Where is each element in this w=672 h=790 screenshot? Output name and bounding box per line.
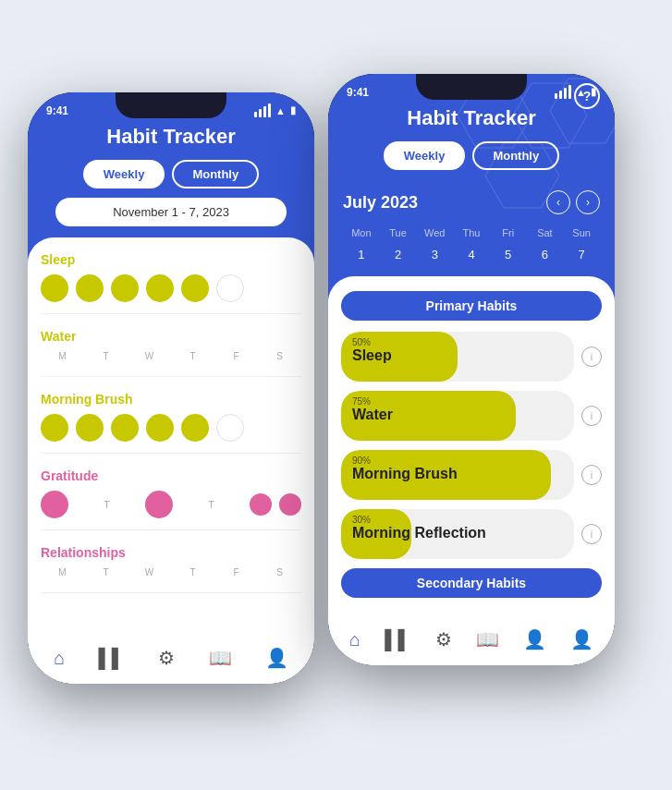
dot [41,274,68,302]
battery-icon-left: ▮ [290,104,296,116]
bottom-nav-left: ⌂ ▌▌ ⚙ 📖 👤 [28,638,314,684]
bottom-nav-right: ⌂ ▌▌ ⚙ 📖 👤 👤 [328,619,615,665]
calendar-grid: Mon Tue Wed Thu Fri Sat Sun 1 2 3 4 5 6 … [343,224,600,267]
info-btn-morning-reflection[interactable]: i [581,524,602,544]
habit-water: Water M T W T F S [41,329,301,377]
habit-morning-reflection-name: Morning Reflection [352,525,486,541]
app-title-right: Habit Tracker [347,106,596,130]
dot [279,493,301,516]
cal-header-mon: Mon [343,224,380,242]
nav-book-right[interactable]: 📖 [476,628,499,650]
cal-header-wed: Wed [416,224,453,242]
notch-left [116,92,226,118]
help-button[interactable]: ? [574,83,600,109]
dot [76,414,104,442]
cal-day-7[interactable]: 7 [563,242,600,267]
white-card-right: Primary Habits 50% Sleep i [328,276,615,665]
tab-weekly-right[interactable]: Weekly [384,141,466,170]
time-left: 9:41 [46,104,68,117]
left-phone: 9:41 ▲ ▮ Habit Tracker [28,92,314,684]
info-btn-morning-brush[interactable]: i [581,465,602,485]
header-left: Habit Tracker Weekly Monthly November 1 … [28,121,314,237]
habit-progress-morning-reflection: 30% Morning Reflection i [341,509,602,559]
habit-morning-brush-pct: 90% [352,456,458,466]
habit-bar-morning-reflection-text: 30% Morning Reflection [352,515,486,541]
habit-progress-water: 75% Water i [341,391,602,441]
dot [41,414,68,442]
prev-month-btn[interactable]: ‹ [546,190,570,214]
cal-header-fri: Fri [490,224,527,242]
info-btn-water[interactable]: i [581,406,602,426]
water-day-labels: M T W T F S [41,351,301,361]
next-month-btn[interactable]: › [576,190,600,214]
nav-location-right[interactable]: 👤 [523,628,546,650]
dot-empty [216,414,244,442]
cal-header-tue: Tue [380,224,417,242]
primary-habits-header: Primary Habits [341,291,602,321]
cal-day-4[interactable]: 4 [453,242,490,267]
dot [146,414,174,442]
calendar-header: July 2023 ‹ › [343,190,600,214]
dot [181,274,209,302]
habit-bar-morning-brush-text: 90% Morning Brush [352,456,458,482]
nav-profile-left[interactable]: 👤 [265,647,288,669]
dot [41,491,68,518]
habit-sleep-name: Sleep [352,347,392,364]
habit-bar-water-text: 75% Water [352,396,393,423]
habit-morning-brush-dots [41,414,301,442]
right-phone: 9:41 ▲ ▮ ? H [328,74,615,665]
cal-day-1[interactable]: 1 [343,242,380,267]
dot [111,414,139,442]
nav-settings-right[interactable]: ⚙ [435,628,452,650]
secondary-habits-header: Secondary Habits [341,568,602,598]
dot [146,274,174,302]
habit-bar-sleep-text: 50% Sleep [352,337,392,364]
dot [250,493,272,516]
cal-day-2[interactable]: 2 [380,242,417,267]
habit-bar-sleep-container: 50% Sleep [341,332,574,382]
habit-gratitude-dots: T T [41,491,301,518]
nav-btns: ‹ › [546,190,600,214]
habit-water-name: Water [352,407,393,423]
habit-gratitude-label: Gratitude [41,468,301,483]
dot [181,414,209,442]
habit-morning-reflection-pct: 30% [352,515,486,525]
nav-stats-right[interactable]: ▌▌ [385,629,410,650]
habit-bar-morning-reflection-container: 30% Morning Reflection [341,509,574,559]
dot [76,274,104,302]
nav-home-right[interactable]: ⌂ [349,629,360,650]
habit-water-label: Water [41,329,301,344]
tab-monthly-right[interactable]: Monthly [472,141,559,170]
habit-progress-sleep: 50% Sleep i [341,332,602,382]
date-range-left: November 1 - 7, 2023 [55,198,287,226]
tab-weekly-left[interactable]: Weekly [83,160,165,188]
habit-bar-morning-brush-container: 90% Morning Brush [341,450,574,500]
habit-sleep-label: Sleep [41,252,301,267]
cal-day-5[interactable]: 5 [490,242,527,267]
dot [145,491,173,518]
habit-morning-brush: Morning Brush [41,392,301,454]
cal-header-sat: Sat [527,224,564,242]
tab-switcher-right: Weekly Monthly [347,141,596,170]
nav-profile-right[interactable]: 👤 [570,628,593,650]
habit-water-pct: 75% [352,396,393,407]
cal-header-thu: Thu [453,224,490,242]
habit-bar-water-container: 75% Water [341,391,574,441]
relationships-day-labels: M T W T F S [41,567,301,577]
notch-right [416,74,527,100]
header-right: Habit Tracker Weekly Monthly [328,103,615,190]
info-btn-sleep[interactable]: i [581,346,602,367]
nav-home-left[interactable]: ⌂ [54,648,65,669]
habit-relationships-label: Relationships [41,545,301,560]
nav-book-left[interactable]: 📖 [209,647,232,669]
nav-settings-left[interactable]: ⚙ [158,647,175,669]
month-title: July 2023 [343,193,418,213]
habit-sleep-pct: 50% [352,337,392,347]
cal-day-3[interactable]: 3 [416,242,453,267]
tab-monthly-left[interactable]: Monthly [172,160,259,188]
cal-header-sun: Sun [563,224,600,242]
cal-day-6[interactable]: 6 [527,242,564,267]
nav-stats-left[interactable]: ▌▌ [99,648,125,669]
habit-gratitude: Gratitude T T [41,468,301,530]
habit-morning-brush-name: Morning Brush [352,466,458,482]
